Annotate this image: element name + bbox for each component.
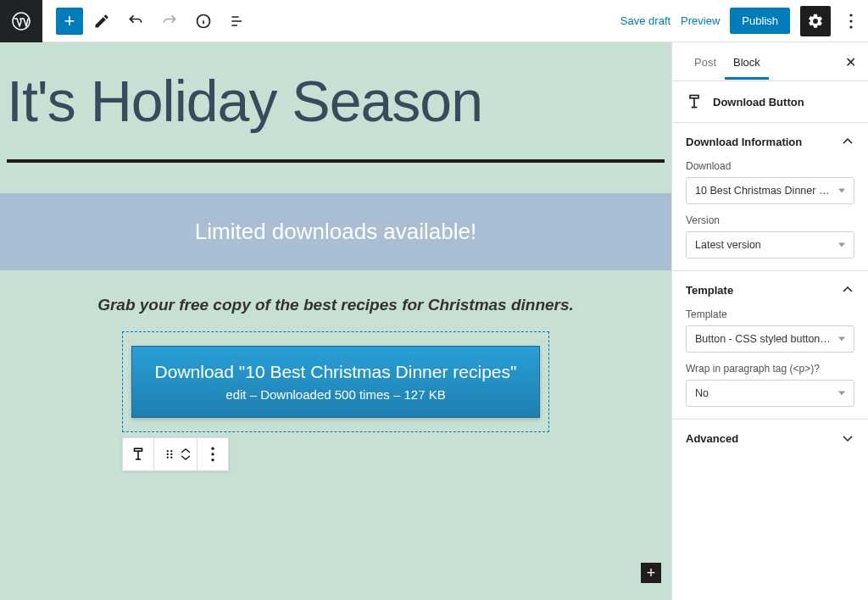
more-options-icon[interactable] [841,6,861,36]
download-meta: edit – Downloaded 500 times – 127 KB [149,387,522,402]
svg-point-13 [211,453,214,455]
svg-point-9 [170,453,172,455]
block-type-icon[interactable] [128,444,148,464]
block-more-icon[interactable] [203,444,223,464]
move-down-icon[interactable] [180,454,192,461]
svg-point-7 [170,450,172,452]
svg-point-11 [170,457,172,458]
svg-point-2 [849,14,852,16]
chevron-up-icon [841,135,854,148]
version-select[interactable]: Latest version [686,231,854,258]
svg-rect-15 [690,96,698,98]
info-icon[interactable] [188,6,219,36]
panel-download-information: Download Information Download 10 Best Ch… [672,122,868,270]
download-title: Download "10 Best Christmas Dinner recip… [149,362,522,382]
close-sidebar-icon[interactable]: ✕ [845,54,856,70]
move-up-icon[interactable] [180,447,192,454]
block-name: Download Button [713,96,804,108]
block-header: Download Button [672,81,868,122]
template-select[interactable]: Button - CSS styled button showi... [686,325,854,353]
download-label: Download [686,160,854,172]
editor-topbar: + Save draft Preview Publish [0,0,868,42]
redo-icon[interactable] [154,6,185,36]
svg-point-4 [849,25,852,28]
chevron-down-icon [841,431,854,445]
selected-block[interactable]: Download "10 Best Christmas Dinner recip… [122,331,549,432]
panel-advanced: Advanced [672,419,868,457]
topbar-right: Save draft Preview Publish [620,6,861,36]
separator [7,159,665,163]
svg-rect-5 [135,448,142,451]
sub-heading[interactable]: Grab your free copy of the best recipes … [0,296,671,314]
wrap-select[interactable]: No [686,380,854,407]
block-toolbar [122,437,229,471]
panel-template: Template Template Button - CSS styled bu… [672,270,868,419]
save-draft-button[interactable]: Save draft [620,14,670,27]
svg-point-3 [849,19,852,22]
settings-button[interactable] [800,6,831,36]
page-title[interactable]: It's Holiday Season [0,42,671,142]
editor-main: It's Holiday Season Limited downloads av… [0,42,868,600]
drag-handle-icon[interactable] [159,444,180,464]
download-block-icon [686,93,703,110]
edit-icon[interactable] [86,6,117,36]
chevron-up-icon [841,283,854,297]
tab-block[interactable]: Block [725,44,769,80]
download-select[interactable]: 10 Best Christmas Dinner recipes [686,177,854,204]
panel-head-download[interactable]: Download Information [672,123,868,160]
template-label: Template [686,308,854,320]
wordpress-logo[interactable] [0,0,42,42]
svg-point-10 [167,457,169,458]
editor-canvas[interactable]: It's Holiday Season Limited downloads av… [0,42,671,600]
sidebar-tabs: Post Block ✕ [672,42,868,81]
append-block-button[interactable]: + [641,563,661,583]
svg-point-6 [167,450,169,452]
outline-icon[interactable] [222,6,253,36]
version-label: Version [686,214,854,226]
svg-point-12 [211,447,214,450]
publish-button[interactable]: Publish [730,8,790,34]
preview-button[interactable]: Preview [681,14,720,27]
topbar-left: + [0,0,253,42]
add-block-button[interactable]: + [56,8,83,35]
undo-icon[interactable] [120,6,151,36]
move-controls[interactable] [180,447,192,461]
settings-sidebar: Post Block ✕ Download Button Download In… [671,42,868,600]
download-button-block[interactable]: Download "10 Best Christmas Dinner recip… [131,346,540,418]
svg-point-8 [167,453,169,455]
wrap-label: Wrap in paragraph tag (<p>)? [686,363,854,375]
banner-text[interactable]: Limited downloads available! [0,193,671,270]
panel-head-advanced[interactable]: Advanced [672,419,868,457]
svg-point-14 [211,458,214,461]
panel-head-template[interactable]: Template [672,271,868,308]
tab-post[interactable]: Post [686,44,725,79]
